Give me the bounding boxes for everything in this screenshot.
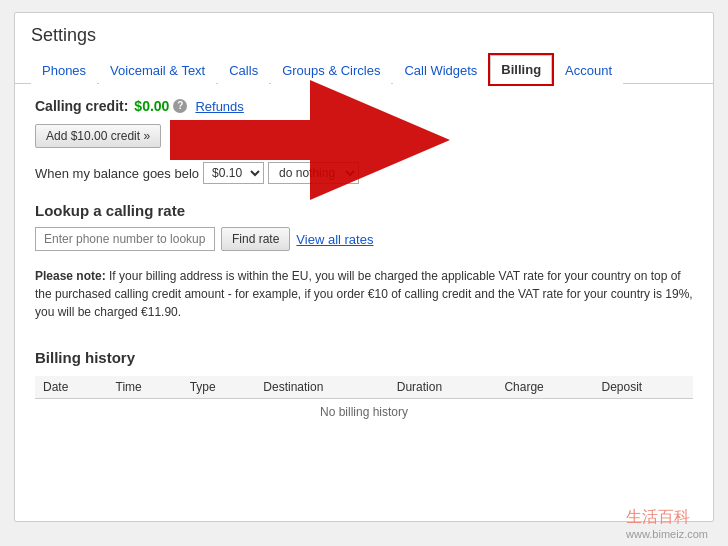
page-title: Settings — [15, 13, 713, 54]
tab-groups[interactable]: Groups & Circles — [271, 56, 391, 84]
lookup-row: Find rate View all rates — [35, 227, 693, 251]
find-rate-button[interactable]: Find rate — [221, 227, 290, 251]
tab-widgets[interactable]: Call Widgets — [393, 56, 488, 84]
content-area: Calling credit: $0.00 ? Refunds Add $10.… — [15, 84, 713, 439]
no-billing-history-text: No billing history — [35, 399, 693, 426]
balance-threshold-select[interactable]: $0.10 — [203, 162, 264, 184]
lookup-title: Lookup a calling rate — [35, 202, 693, 219]
billing-table-header-row: Date Time Type Destination Duration Char… — [35, 376, 693, 399]
billing-table: Date Time Type Destination Duration Char… — [35, 376, 693, 425]
watermark-url: www.bimeiz.com — [626, 528, 708, 540]
calling-credit-label: Calling credit: — [35, 98, 128, 114]
page-wrapper: Settings Phones Voicemail & Text Calls G… — [0, 12, 728, 546]
watermark: 生活百科 www.bimeiz.com — [626, 507, 708, 540]
calling-credit-row: Calling credit: $0.00 ? Refunds — [35, 98, 693, 114]
col-destination: Destination — [255, 376, 388, 399]
col-charge: Charge — [496, 376, 593, 399]
tab-billing[interactable]: Billing — [490, 55, 552, 84]
tab-calls[interactable]: Calls — [218, 56, 269, 84]
balance-text: When my balance goes belo — [35, 166, 199, 181]
note-text: If your billing address is within the EU… — [35, 269, 693, 319]
calling-credit-amount: $0.00 — [134, 98, 169, 114]
note-section: Please note: If your billing address is … — [35, 267, 693, 331]
phone-lookup-input[interactable] — [35, 227, 215, 251]
lookup-section: Lookup a calling rate Find rate View all… — [35, 202, 693, 251]
tab-voicemail[interactable]: Voicemail & Text — [99, 56, 216, 84]
tab-phones[interactable]: Phones — [31, 56, 97, 84]
balance-row: When my balance goes belo $0.10 do nothi… — [35, 162, 693, 184]
watermark-site: 生活百科 — [626, 507, 708, 528]
col-date: Date — [35, 376, 108, 399]
balance-action-select[interactable]: do nothing — [268, 162, 359, 184]
note-label: Please note: — [35, 269, 106, 283]
col-type: Type — [182, 376, 256, 399]
no-billing-history-row: No billing history — [35, 399, 693, 426]
settings-container: Settings Phones Voicemail & Text Calls G… — [14, 12, 714, 522]
col-deposit: Deposit — [594, 376, 694, 399]
billing-history-title: Billing history — [35, 349, 693, 366]
refunds-link[interactable]: Refunds — [195, 99, 243, 114]
tab-account[interactable]: Account — [554, 56, 623, 84]
help-icon[interactable]: ? — [173, 99, 187, 113]
add-credit-button[interactable]: Add $10.00 credit » — [35, 124, 161, 148]
nav-tabs: Phones Voicemail & Text Calls Groups & C… — [15, 54, 713, 84]
col-duration: Duration — [389, 376, 497, 399]
col-time: Time — [108, 376, 182, 399]
view-all-rates-link[interactable]: View all rates — [296, 232, 373, 247]
